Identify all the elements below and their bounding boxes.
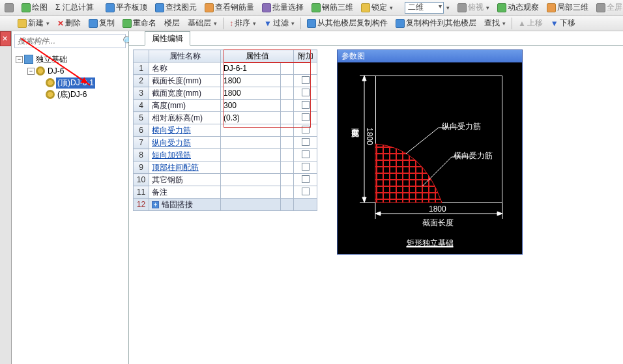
prop-value[interactable]: 1800 <box>221 75 281 87</box>
row-number: 5 <box>134 112 149 124</box>
col-extra[interactable]: 附加 <box>294 50 317 63</box>
checkbox[interactable] <box>302 113 310 121</box>
copyfrom-btn[interactable]: 从其他楼层复制构件 <box>304 17 391 30</box>
copy-btn[interactable]: 复制 <box>85 17 118 30</box>
table-row[interactable]: 7纵向受力筋 <box>134 137 317 149</box>
two-d-dropdown[interactable]: 二维▾ <box>401 1 453 14</box>
extra-checkbox-cell[interactable] <box>294 161 317 174</box>
rename-btn[interactable]: 重命名 <box>119 17 160 30</box>
extra-checkbox-cell[interactable] <box>294 199 317 211</box>
lock-btn[interactable]: 锁定▾ <box>358 1 396 14</box>
base-dropdown[interactable]: 基础层▾ <box>184 17 220 30</box>
prop-value-ext[interactable] <box>281 186 294 199</box>
new-btn[interactable]: 新建▾ <box>14 17 53 30</box>
table-row[interactable]: 4高度(mm)300 <box>134 100 317 112</box>
col-value[interactable]: 属性值 <box>221 50 294 63</box>
table-row[interactable]: 10其它钢筋 <box>134 174 317 186</box>
prop-value[interactable] <box>221 199 281 211</box>
up-btn[interactable]: ▲上移 <box>515 17 546 30</box>
table-row[interactable]: 11备注 <box>134 186 317 199</box>
prop-value[interactable]: (0.3) <box>221 112 281 124</box>
checkbox[interactable] <box>302 101 310 109</box>
checkbox[interactable] <box>302 76 310 84</box>
extra-checkbox-cell[interactable] <box>294 186 317 199</box>
extra-checkbox-cell[interactable] <box>294 63 317 75</box>
view-rebar-btn[interactable]: 查看钢筋量 <box>201 1 257 14</box>
sort-btn[interactable]: ↕排序▾ <box>226 17 259 30</box>
table-row[interactable]: 6横向受力筋 <box>134 124 317 137</box>
copyto-btn[interactable]: 复制构件到其他楼层 <box>392 17 480 30</box>
expand-icon[interactable]: + <box>152 201 159 208</box>
small-icon[interactable] <box>1 1 17 14</box>
extra-checkbox-cell[interactable] <box>294 112 317 124</box>
prop-value-ext[interactable] <box>281 100 294 112</box>
checkbox[interactable] <box>302 138 310 146</box>
delete-btn[interactable]: ✕删除 <box>54 17 84 30</box>
prop-value-ext[interactable] <box>281 87 294 100</box>
left-panel: 🔍 − 独立基础 − DJ-6 (顶)DJ-6-1 (底)DJ-6 <box>12 31 129 364</box>
prop-value-ext[interactable] <box>281 137 294 149</box>
extra-checkbox-cell[interactable] <box>294 100 317 112</box>
extra-checkbox-cell[interactable] <box>294 149 317 161</box>
prop-value[interactable]: DJ-6-1 <box>221 63 281 75</box>
col-name[interactable]: 属性名称 <box>149 50 221 63</box>
prop-value[interactable] <box>221 161 281 174</box>
prop-value[interactable] <box>221 174 281 186</box>
prop-value-ext[interactable] <box>281 124 294 137</box>
collapse-icon[interactable]: − <box>27 68 35 75</box>
batch-select-btn[interactable]: 批量选择 <box>259 1 307 14</box>
tab-properties[interactable]: 属性编辑 <box>145 31 190 46</box>
prop-value-ext[interactable] <box>281 63 294 75</box>
prop-value-ext[interactable] <box>281 149 294 161</box>
dock-close[interactable]: ✕ <box>0 31 11 46</box>
prop-value-ext[interactable] <box>281 199 294 211</box>
tree-l2b[interactable]: (底)DJ-6 <box>13 89 127 100</box>
checkbox[interactable] <box>302 163 310 171</box>
table-row[interactable]: 3截面宽度(mm)1800 <box>134 87 317 100</box>
prop-value-ext[interactable] <box>281 112 294 124</box>
checkbox[interactable] <box>302 175 310 183</box>
plan-view-btn[interactable]: 俯视▾ <box>454 1 493 14</box>
table-row[interactable]: 2截面长度(mm)1800 <box>134 75 317 87</box>
prop-value[interactable]: 300 <box>221 100 281 112</box>
prop-value[interactable] <box>221 137 281 149</box>
prop-value[interactable] <box>221 124 281 137</box>
flatroof-btn[interactable]: 平齐板顶 <box>102 1 151 14</box>
label: 全屏 <box>607 2 622 13</box>
find-unit-btn[interactable]: 查找图元 <box>152 1 200 14</box>
rebar-3d-btn[interactable]: 钢筋三维 <box>308 1 356 14</box>
dyn-observe-btn[interactable]: 动态观察 <box>494 1 542 14</box>
collapse-icon[interactable]: − <box>16 56 23 63</box>
table-row[interactable]: 12+锚固搭接 <box>134 199 317 211</box>
prop-value[interactable] <box>221 149 281 161</box>
extra-checkbox-cell[interactable] <box>294 174 317 186</box>
extra-checkbox-cell[interactable] <box>294 75 317 87</box>
checkbox[interactable] <box>302 126 310 133</box>
table-row[interactable]: 9顶部柱间配筋 <box>134 161 317 174</box>
prop-value-ext[interactable] <box>281 75 294 87</box>
table-row[interactable]: 1名称DJ-6-1 <box>134 63 317 75</box>
sum-btn[interactable]: Σ 汇总计算 <box>52 1 97 14</box>
prop-value-ext[interactable] <box>281 174 294 186</box>
tree-root[interactable]: − 独立基础 <box>13 53 127 65</box>
extra-checkbox-cell[interactable] <box>294 124 317 137</box>
checkbox[interactable] <box>302 89 310 96</box>
checkbox[interactable] <box>302 150 310 158</box>
fullscreen-btn[interactable]: 全屏 <box>593 1 623 14</box>
property-grid[interactable]: 属性名称 属性值 附加 1名称DJ-6-12截面长度(mm)18003截面宽度(… <box>133 49 317 211</box>
prop-value-ext[interactable] <box>281 161 294 174</box>
draw-btn[interactable]: 绘图 <box>18 1 51 14</box>
local-3d-btn[interactable]: 局部三维 <box>543 1 592 14</box>
gear-icon <box>46 90 55 99</box>
prop-value[interactable] <box>221 186 281 199</box>
filter-btn[interactable]: ▼过滤▾ <box>261 17 298 30</box>
table-row[interactable]: 5相对底标高(m)(0.3) <box>134 112 317 124</box>
extra-checkbox-cell[interactable] <box>294 87 317 100</box>
tree-l2a-selected[interactable]: (顶)DJ-6-1 <box>13 77 127 89</box>
extra-checkbox-cell[interactable] <box>294 137 317 149</box>
down-btn[interactable]: ▼下移 <box>547 17 579 30</box>
prop-value[interactable]: 1800 <box>221 87 281 100</box>
table-row[interactable]: 8短向加强筋 <box>134 149 317 161</box>
find-btn[interactable]: 查找▾ <box>481 17 509 30</box>
checkbox[interactable] <box>302 188 310 195</box>
